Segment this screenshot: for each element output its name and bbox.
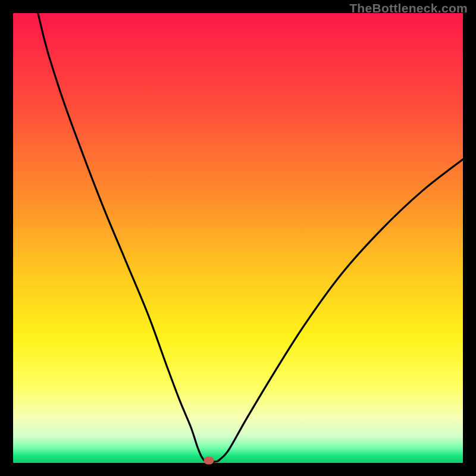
optimum-marker [203, 457, 214, 465]
bottleneck-curve-line [13, 13, 463, 462]
curve-layer [13, 13, 463, 463]
plot-area [13, 13, 463, 463]
outer-frame: TheBottleneck.com [0, 0, 476, 476]
watermark-text: TheBottleneck.com [349, 1, 468, 15]
